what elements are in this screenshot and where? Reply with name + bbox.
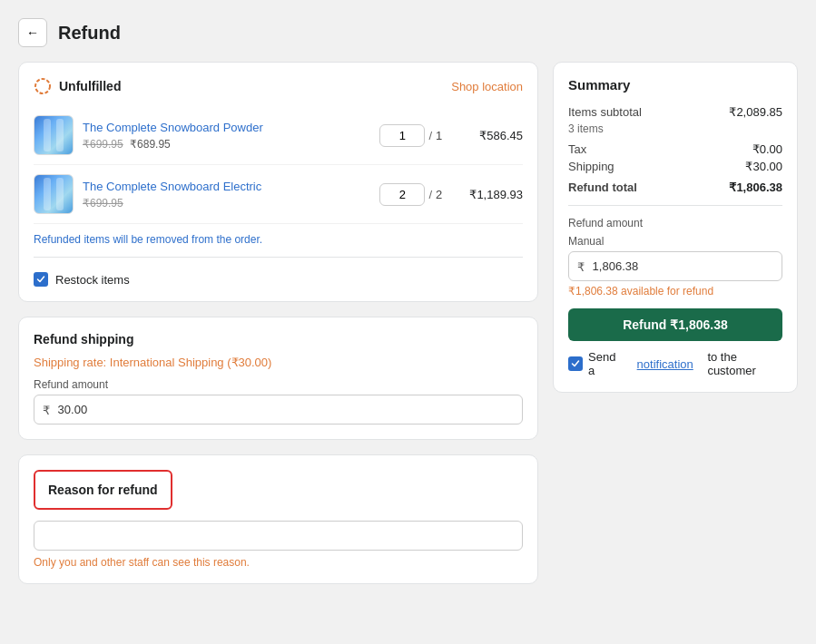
notification-link[interactable]: notification — [637, 357, 693, 371]
refund-amount-field-label: Refund amount — [34, 378, 523, 391]
qty-total-2: 2 — [436, 188, 450, 201]
check-icon — [36, 275, 45, 284]
shipping-row: Shipping ₹30.00 — [568, 160, 782, 173]
product-name-2[interactable]: The Complete Snowboard Electric — [83, 179, 370, 195]
refund-amount-label: Refund amount — [568, 217, 782, 229]
product-name-1[interactable]: The Complete Snowboard Powder — [83, 120, 370, 136]
qty-input-1[interactable] — [379, 124, 425, 147]
items-subtotal-row: Items subtotal ₹2,089.85 — [568, 105, 782, 119]
tax-label: Tax — [568, 142, 586, 156]
qty-divider-2: / — [428, 188, 432, 201]
qty-total-1: 1 — [436, 129, 450, 142]
qty-control-2: / 2 — [379, 183, 450, 206]
restock-label: Restock items — [55, 273, 130, 287]
product-price-2: ₹1,189.93 — [459, 188, 523, 201]
original-price-1: ₹699.95 — [83, 138, 123, 151]
notification-checkbox[interactable] — [568, 356, 583, 371]
unfulfilled-title: Unfulfilled — [34, 77, 121, 95]
available-note: ₹1,806.38 available for refund — [568, 285, 782, 298]
original-price-2: ₹699.95 — [83, 197, 123, 210]
unfulfilled-icon — [34, 77, 52, 95]
refund-shipping-title: Refund shipping — [34, 332, 523, 346]
product-image-1 — [34, 115, 74, 155]
product-info-2: The Complete Snowboard Electric ₹699.95 — [83, 179, 370, 210]
product-row-2: The Complete Snowboard Electric ₹699.95 … — [34, 165, 523, 224]
refund-amount-input-wrap: ₹ — [34, 395, 523, 424]
shipping-rate-label: Shipping rate: International Shipping (₹… — [34, 356, 523, 369]
product-prices-1: ₹699.95 ₹689.95 — [83, 138, 370, 151]
manual-input-wrap: ₹ — [568, 251, 782, 281]
summary-card: Summary Items subtotal ₹2,089.85 3 items… — [553, 62, 798, 393]
refund-shipping-card: Refund shipping Shipping rate: Internati… — [18, 317, 538, 440]
items-count: 3 items — [568, 122, 782, 135]
product-prices-2: ₹699.95 — [83, 197, 370, 210]
summary-title: Summary — [568, 77, 782, 93]
qty-input-2[interactable] — [379, 183, 425, 206]
product-row: The Complete Snowboard Powder ₹699.95 ₹6… — [34, 106, 523, 165]
restock-row: Restock items — [34, 268, 523, 287]
notification-suffix: to the customer — [707, 350, 782, 377]
tax-value: ₹0.00 — [752, 142, 782, 156]
notification-prefix: Send a — [588, 350, 623, 377]
manual-input[interactable] — [568, 251, 782, 281]
qty-control-1: / 1 — [379, 124, 450, 147]
reason-section-title: Reason for refund — [34, 470, 172, 510]
notification-check-icon — [571, 359, 580, 368]
manual-label: Manual — [568, 235, 782, 248]
sale-price-1: ₹689.95 — [130, 138, 171, 151]
reason-note: Only you and other staff can see this re… — [34, 556, 523, 569]
refund-note: Refunded items will be removed from the … — [34, 233, 523, 246]
back-button[interactable]: ← — [18, 18, 47, 47]
currency-symbol: ₹ — [43, 403, 50, 416]
manual-currency-symbol: ₹ — [577, 259, 585, 273]
tax-row: Tax ₹0.00 — [568, 142, 782, 156]
qty-divider-1: / — [428, 129, 432, 142]
reason-for-refund-card: Reason for refund Only you and other sta… — [18, 454, 538, 584]
unfulfilled-card: Unfulfilled Shop location The Complete S… — [18, 62, 538, 302]
product-price-1: ₹586.45 — [459, 129, 523, 142]
product-info-1: The Complete Snowboard Powder ₹699.95 ₹6… — [83, 120, 370, 151]
shipping-label: Shipping — [568, 160, 614, 173]
back-icon: ← — [26, 25, 39, 40]
svg-point-0 — [35, 79, 50, 93]
summary-column: Summary Items subtotal ₹2,089.85 3 items… — [553, 62, 798, 393]
notification-row: Send a notification to the customer — [568, 350, 782, 377]
refund-button[interactable]: Refund ₹1,806.38 — [568, 308, 782, 341]
refund-amount-input[interactable] — [34, 395, 523, 424]
shipping-value: ₹30.00 — [745, 160, 782, 173]
refund-total-label: Refund total — [568, 181, 637, 194]
refund-total-value: ₹1,806.38 — [729, 181, 782, 194]
items-subtotal-label: Items subtotal — [568, 105, 642, 119]
items-subtotal-value: ₹2,089.85 — [729, 105, 782, 119]
product-image-2 — [34, 174, 74, 214]
restock-checkbox[interactable] — [34, 272, 48, 287]
shop-location-link[interactable]: Shop location — [451, 80, 523, 93]
refund-total-row: Refund total ₹1,806.38 — [568, 181, 782, 194]
page-title: Refund — [58, 23, 121, 44]
reason-input[interactable] — [34, 521, 523, 551]
